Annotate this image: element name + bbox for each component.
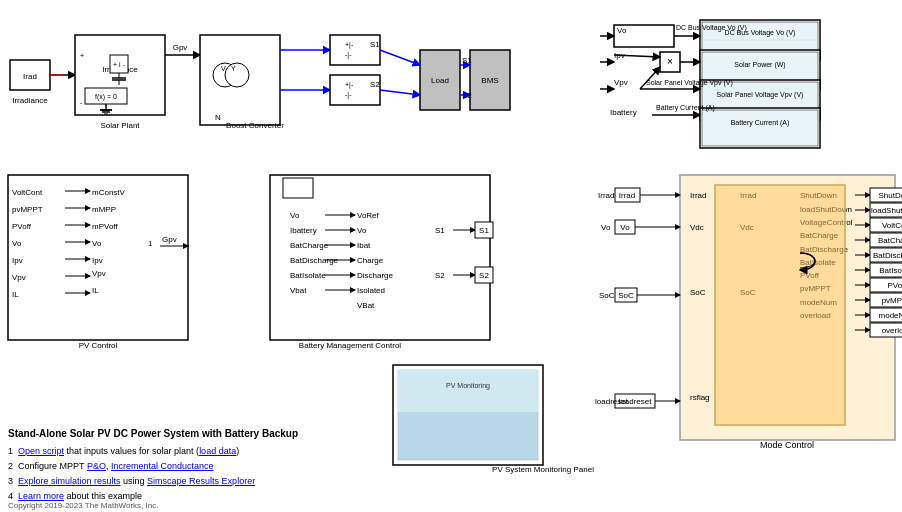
svg-point-27 bbox=[225, 63, 249, 87]
svg-text:BatDischarge: BatDischarge bbox=[873, 251, 902, 260]
svg-text:PV Monitoring: PV Monitoring bbox=[446, 382, 490, 390]
svg-rect-81 bbox=[702, 110, 818, 146]
svg-text:VoltCont: VoltCont bbox=[882, 221, 902, 230]
svg-text:overload: overload bbox=[882, 326, 902, 335]
svg-text:Solar Plant: Solar Plant bbox=[100, 121, 140, 130]
footer-item-2: 2 Configure MPPT P&O, Incremental Conduc… bbox=[8, 459, 298, 474]
svg-text:ShutDown: ShutDown bbox=[879, 191, 902, 200]
svg-text:S2: S2 bbox=[462, 91, 472, 100]
svg-text:PVoff: PVoff bbox=[12, 222, 32, 231]
svg-text:pvMPPT: pvMPPT bbox=[12, 205, 43, 214]
svg-rect-205 bbox=[398, 370, 538, 412]
svg-text:Solar Panel Voltage Vpv (V): Solar Panel Voltage Vpv (V) bbox=[717, 91, 804, 99]
svg-text:PV System Monitoring Panel: PV System Monitoring Panel bbox=[492, 465, 594, 474]
svg-text:S2: S2 bbox=[370, 80, 380, 89]
svg-text:VBat: VBat bbox=[357, 301, 375, 310]
svg-text:Vpv: Vpv bbox=[92, 269, 106, 278]
incremental-conductance-link[interactable]: Incremental Conductance bbox=[111, 461, 214, 471]
svg-text:Vo: Vo bbox=[12, 239, 22, 248]
svg-text:mMPP: mMPP bbox=[92, 205, 116, 214]
svg-text:+: + bbox=[80, 52, 84, 59]
learn-more-link[interactable]: Learn more bbox=[18, 491, 64, 501]
svg-text:SoC: SoC bbox=[599, 291, 615, 300]
svg-text:loadShutDown: loadShutDown bbox=[871, 206, 902, 215]
footer-item-3: 3 Explore simulation results using Simsc… bbox=[8, 474, 298, 489]
svg-text:Irrad: Irrad bbox=[690, 191, 706, 200]
svg-text:S2: S2 bbox=[479, 271, 489, 280]
svg-text:VoRef: VoRef bbox=[357, 211, 380, 220]
svg-rect-202 bbox=[715, 185, 845, 425]
svg-text:Vo: Vo bbox=[620, 223, 630, 232]
svg-text:+|-: +|- bbox=[345, 81, 354, 89]
svg-text:PV Control: PV Control bbox=[79, 341, 118, 350]
svg-text:rsflag: rsflag bbox=[690, 393, 710, 402]
svg-text:BatIsolate: BatIsolate bbox=[290, 271, 326, 280]
svg-text:Irradiance: Irradiance bbox=[12, 96, 48, 105]
svg-text:-|-: -|- bbox=[345, 91, 352, 99]
svg-text:×: × bbox=[667, 56, 673, 67]
svg-text:Battery Current (A): Battery Current (A) bbox=[656, 104, 715, 112]
svg-text:SoC: SoC bbox=[618, 291, 634, 300]
svg-text:Vpv: Vpv bbox=[614, 78, 628, 87]
svg-text:Irrad: Irrad bbox=[598, 191, 614, 200]
simscape-link[interactable]: Simscape Results Explorer bbox=[147, 476, 255, 486]
svg-text:VoltCont: VoltCont bbox=[12, 188, 43, 197]
svg-text:Gpv: Gpv bbox=[173, 43, 188, 52]
svg-text:Battery Current (A): Battery Current (A) bbox=[731, 119, 790, 127]
svg-text:BatIsolate: BatIsolate bbox=[879, 266, 902, 275]
svg-text:V: V bbox=[221, 65, 226, 72]
svg-text:Irrad: Irrad bbox=[619, 191, 635, 200]
svg-text:Ibattery: Ibattery bbox=[290, 226, 317, 235]
svg-text:Mode Control: Mode Control bbox=[760, 440, 814, 450]
svg-text:Vbat: Vbat bbox=[290, 286, 307, 295]
svg-rect-112 bbox=[283, 178, 313, 198]
svg-text:Vdc: Vdc bbox=[690, 223, 704, 232]
diagram-container: Irad Irradiance Irradiance + - + i - f(x… bbox=[0, 0, 902, 512]
footer-title: Stand-Alone Solar PV DC Power System wit… bbox=[8, 426, 298, 441]
svg-text:N: N bbox=[215, 113, 221, 122]
svg-text:BMS: BMS bbox=[481, 76, 498, 85]
svg-text:Charge: Charge bbox=[357, 256, 384, 265]
svg-text:S1: S1 bbox=[370, 40, 380, 49]
footer-item-1: 1 Open script that inputs values for sol… bbox=[8, 444, 298, 459]
svg-text:Vo: Vo bbox=[290, 211, 300, 220]
svg-text:Irad: Irad bbox=[23, 72, 37, 81]
explore-results-link[interactable]: Explore simulation results bbox=[18, 476, 121, 486]
svg-text:S1: S1 bbox=[479, 226, 489, 235]
svg-text:Ibattery: Ibattery bbox=[610, 108, 637, 117]
svg-text:Vpv: Vpv bbox=[12, 273, 26, 282]
svg-text:S1: S1 bbox=[435, 226, 445, 235]
copyright-text: Copyright 2019-2023 The MathWorks, Inc. bbox=[8, 501, 158, 510]
svg-text:Discharge: Discharge bbox=[357, 271, 394, 280]
svg-text:1: 1 bbox=[148, 239, 153, 248]
open-script-link[interactable]: Open script bbox=[18, 446, 64, 456]
svg-text:BatCharge: BatCharge bbox=[878, 236, 902, 245]
svg-text:BatCharge: BatCharge bbox=[290, 241, 329, 250]
svg-text:modeNum: modeNum bbox=[879, 311, 902, 320]
load-data-link[interactable]: load data bbox=[199, 446, 236, 456]
svg-text:Ibat: Ibat bbox=[357, 241, 371, 250]
svg-text:Ipv: Ipv bbox=[12, 256, 23, 265]
svg-line-46 bbox=[380, 50, 420, 65]
svg-text:PVoff: PVoff bbox=[888, 281, 902, 290]
svg-line-47 bbox=[380, 90, 420, 95]
svg-text:mPVoff: mPVoff bbox=[92, 222, 118, 231]
svg-text:Vo: Vo bbox=[601, 223, 611, 232]
svg-text:Solar Panel Voltage Vpv (V): Solar Panel Voltage Vpv (V) bbox=[646, 79, 733, 87]
svg-text:S2: S2 bbox=[435, 271, 445, 280]
svg-text:Boost Converter: Boost Converter bbox=[226, 121, 284, 130]
svg-text:Battery Management Control: Battery Management Control bbox=[299, 341, 401, 350]
svg-text:Solar Power (W): Solar Power (W) bbox=[734, 61, 785, 69]
svg-text:IL: IL bbox=[12, 290, 19, 299]
p-and-o-link[interactable]: P&O bbox=[87, 461, 106, 471]
svg-text:Isolated: Isolated bbox=[357, 286, 385, 295]
svg-text:Vo: Vo bbox=[617, 26, 627, 35]
svg-text:mConstV: mConstV bbox=[92, 188, 126, 197]
svg-text:IL: IL bbox=[92, 286, 99, 295]
svg-text:DC Bus Voltage Vo (V): DC Bus Voltage Vo (V) bbox=[676, 24, 747, 32]
svg-text:-|-: -|- bbox=[345, 51, 352, 59]
svg-text:S1: S1 bbox=[462, 56, 472, 65]
svg-text:Vo: Vo bbox=[92, 239, 102, 248]
svg-text:Vo: Vo bbox=[357, 226, 367, 235]
svg-text:loadreset: loadreset bbox=[595, 397, 629, 406]
